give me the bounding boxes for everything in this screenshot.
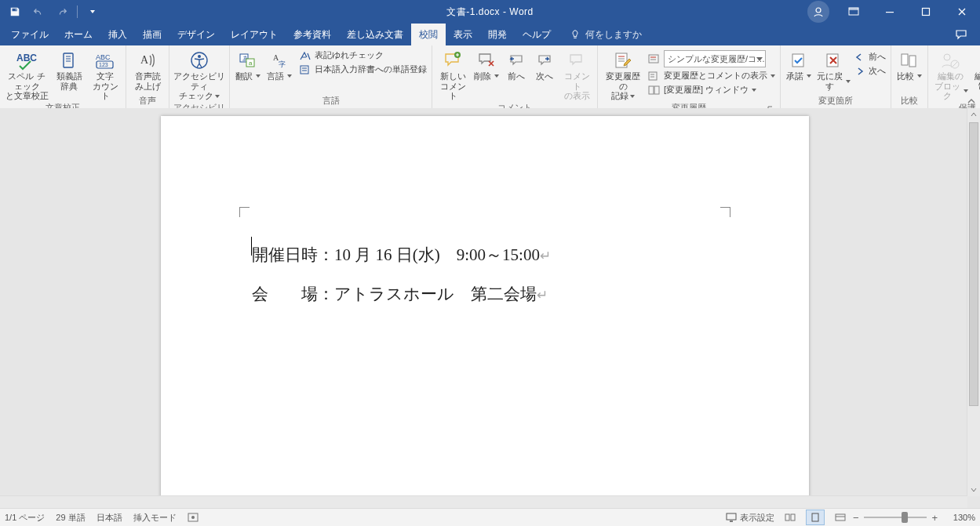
display-settings-button[interactable]: 表示設定 [726, 512, 774, 524]
svg-rect-6 [64, 53, 73, 67]
tab-view[interactable]: 表示 [446, 24, 480, 45]
tab-help[interactable]: ヘルプ [515, 24, 559, 45]
read-mode-view-icon[interactable] [781, 510, 800, 525]
print-layout-view-icon[interactable] [806, 510, 825, 525]
svg-rect-22 [301, 66, 308, 74]
account-icon[interactable] [807, 1, 829, 23]
accept-button[interactable]: 承諾 [784, 49, 814, 82]
tab-draw[interactable]: 描画 [135, 24, 169, 45]
save-icon[interactable] [5, 0, 25, 24]
group-compare: 比較 比較 [891, 45, 928, 108]
language-button[interactable]: A字 言語 [264, 49, 294, 82]
lightbulb-icon [570, 29, 581, 40]
paragraph-mark-icon: ↵ [537, 288, 548, 303]
accessibility-icon [190, 51, 209, 70]
vertical-scrollbar[interactable] [967, 108, 980, 496]
ribbon-display-options-icon[interactable] [836, 0, 872, 24]
status-words[interactable]: 29 単語 [56, 512, 85, 524]
track-changes-button[interactable]: 変更履歴の 記録 [601, 49, 645, 101]
tab-design[interactable]: デザイン [169, 24, 223, 45]
redo-icon[interactable] [52, 0, 72, 24]
scroll-down-icon[interactable] [967, 484, 980, 496]
compare-button[interactable]: 比較 [894, 49, 924, 82]
web-layout-view-icon[interactable] [831, 510, 850, 525]
svg-line-44 [953, 62, 957, 67]
status-page[interactable]: 1/1 ページ [5, 512, 45, 524]
translate-button[interactable]: あa 翻訳 [233, 49, 263, 82]
horizontal-scrollbar[interactable] [0, 495, 967, 509]
dictionary-register-button[interactable]: 日本語入力辞書への単語登録 [297, 63, 428, 76]
svg-rect-37 [654, 86, 659, 94]
status-insert-mode[interactable]: 挿入モード [133, 512, 177, 524]
show-markup-button[interactable]: 変更履歴とコメントの表示 [647, 69, 777, 82]
tab-references[interactable]: 参考資料 [286, 24, 339, 45]
document-text[interactable]: 開催日時：10 月 16 日(水) 9:00～15:00↵ 会 場：アトラスホー… [252, 235, 551, 314]
zoom-slider[interactable]: − + [856, 510, 934, 524]
block-authors-button: 編集の ブロック [931, 49, 969, 101]
group-comments: 新しい コメント 削除 前へ 次へ コメント の表示 コメント [432, 45, 598, 108]
delete-comment-button[interactable]: 削除 [472, 49, 501, 82]
accessibility-check-button[interactable]: アクセシビリティ チェック [173, 49, 226, 101]
document-area: 開催日時：10 月 16 日(水) 9:00～15:00↵ 会 場：アトラスホー… [0, 108, 980, 509]
svg-rect-4 [923, 9, 930, 16]
svg-rect-38 [792, 54, 803, 67]
svg-rect-51 [785, 514, 789, 521]
next-comment-button[interactable]: 次へ [531, 49, 558, 82]
zoom-out-icon[interactable]: − [853, 512, 859, 524]
consistency-check-button[interactable]: 表記ゆれチェック [297, 49, 428, 62]
status-language[interactable]: 日本語 [97, 512, 122, 524]
ribbon: ABC スペル チェック と文章校正 類義語 辞典 ABC123 文字 カウント… [0, 45, 980, 109]
svg-point-15 [198, 55, 201, 58]
reject-button[interactable]: 元に戻す [815, 49, 851, 91]
group-proofing: ABC スペル チェック と文章校正 類義語 辞典 ABC123 文字 カウント… [0, 45, 126, 108]
svg-rect-36 [649, 86, 654, 94]
prev-change-button[interactable]: 前へ [853, 50, 887, 63]
zoom-percent[interactable]: 130% [941, 513, 975, 522]
restrict-editing-button[interactable]: 編集の 制限 [971, 49, 980, 91]
ribbon-tabs: ファイル ホーム 挿入 描画 デザイン レイアウト 参考資料 差し込み文書 校閲… [0, 24, 980, 45]
quick-access-toolbar [0, 0, 103, 24]
minimize-button[interactable] [872, 0, 908, 24]
undo-icon[interactable] [28, 0, 49, 24]
margin-corner-tr [720, 207, 730, 217]
wordcount-button[interactable]: ABC123 文字 カウント [88, 49, 122, 101]
prev-comment-icon [508, 53, 525, 68]
svg-rect-41 [909, 56, 916, 67]
status-macro-icon[interactable] [188, 513, 199, 522]
block-authors-icon [941, 52, 960, 69]
maximize-button[interactable] [908, 0, 944, 24]
tab-insert[interactable]: 挿入 [100, 24, 135, 45]
zoom-slider-thumb[interactable] [902, 512, 908, 523]
tab-mailings[interactable]: 差し込み文書 [339, 24, 411, 45]
zoom-in-icon[interactable]: + [931, 512, 938, 524]
thesaurus-icon [60, 51, 78, 70]
new-comment-icon [443, 52, 462, 69]
tab-layout[interactable]: レイアウト [223, 24, 286, 45]
next-change-button[interactable]: 次へ [853, 64, 887, 78]
new-comment-button[interactable]: 新しい コメント [435, 49, 470, 101]
language-icon: A字 [271, 51, 288, 70]
scroll-thumb[interactable] [969, 122, 978, 406]
collapse-ribbon-icon[interactable] [966, 96, 977, 107]
reviewing-pane-button[interactable]: [変更履歴] ウィンドウ [647, 83, 777, 96]
readaloud-button[interactable]: A 音声読 み上げ [129, 49, 166, 91]
display-for-review-dropdown[interactable]: シンプルな変更履歴/コ… [647, 49, 777, 68]
document-page[interactable]: 開催日時：10 月 16 日(水) 9:00～15:00↵ 会 場：アトラスホー… [161, 116, 809, 506]
tab-home[interactable]: ホーム [56, 24, 100, 45]
qat-customize-icon[interactable] [82, 0, 103, 24]
tell-me-search[interactable]: 何をしますか [559, 24, 642, 45]
spellcheck-button[interactable]: ABC スペル チェック と文章校正 [3, 49, 50, 101]
prev-comment-button[interactable]: 前へ [503, 49, 530, 82]
tab-file[interactable]: ファイル [3, 24, 56, 45]
tab-developer[interactable]: 開発 [480, 24, 515, 45]
thesaurus-button[interactable]: 類義語 辞典 [52, 49, 86, 91]
prev-change-icon [854, 53, 865, 62]
group-accessibility: アクセシビリティ チェック アクセシビリティ [169, 45, 230, 108]
tab-review[interactable]: 校閲 [411, 24, 446, 45]
comments-pane-icon[interactable] [949, 24, 974, 45]
close-button[interactable] [944, 0, 980, 24]
group-label-changes: 変更箇所 [784, 94, 887, 108]
svg-point-0 [816, 8, 821, 13]
scroll-up-icon[interactable] [967, 108, 980, 121]
readaloud-icon: A [138, 51, 157, 70]
